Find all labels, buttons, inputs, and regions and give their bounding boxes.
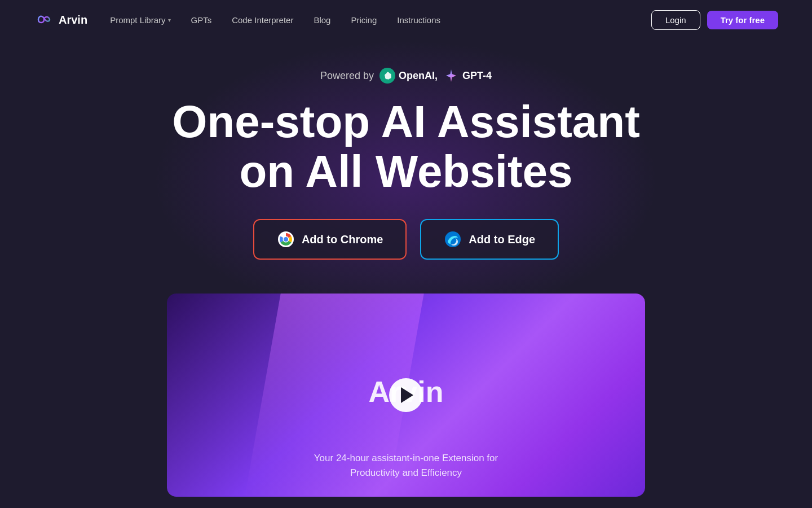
add-to-chrome-button[interactable]: Add to Chrome xyxy=(253,219,407,260)
logo[interactable]: Arvin xyxy=(34,10,87,30)
chrome-icon xyxy=(277,230,295,248)
hero-buttons: Add to Chrome Add to Edge xyxy=(253,219,559,260)
navbar: Arvin Prompt Library ▾ GPTs Code Interpr… xyxy=(0,0,812,40)
video-play-button[interactable] xyxy=(389,378,423,412)
chevron-down-icon: ▾ xyxy=(168,17,171,23)
nav-link-gpts[interactable]: GPTs xyxy=(191,15,212,25)
logo-text: Arvin xyxy=(59,14,87,27)
nav-link-pricing[interactable]: Pricing xyxy=(351,15,377,25)
gpt4-icon xyxy=(443,68,459,84)
hero-section: Powered by OpenAI, xyxy=(0,40,812,497)
openai-label: OpenAI, xyxy=(399,70,438,82)
nav-link-blog[interactable]: Blog xyxy=(314,15,330,25)
add-to-edge-button[interactable]: Add to Edge xyxy=(420,219,559,260)
openai-icon xyxy=(379,68,395,84)
nav-actions: Login Try for free xyxy=(651,10,778,30)
add-to-chrome-label: Add to Chrome xyxy=(302,233,383,246)
try-free-button[interactable]: Try for free xyxy=(707,11,778,29)
nav-link-instructions[interactable]: Instructions xyxy=(397,15,440,25)
login-button[interactable]: Login xyxy=(651,10,700,30)
video-subtitle: Your 24-hour assistant-in-one Extension … xyxy=(167,451,645,480)
video-section: Arvin Your 24-hour assistant-in-one Exte… xyxy=(167,294,645,497)
gpt4-logo: GPT-4 xyxy=(443,68,492,84)
hero-title: One-stop AI Assistant on All Websites xyxy=(172,97,640,196)
nav-link-code-interpreter[interactable]: Code Interpreter xyxy=(232,15,293,25)
add-to-edge-label: Add to Edge xyxy=(469,233,535,246)
edge-icon xyxy=(444,230,462,248)
nav-link-prompt-library[interactable]: Prompt Library ▾ xyxy=(110,15,170,25)
openai-logo: OpenAI, xyxy=(379,68,438,84)
gpt4-label: GPT-4 xyxy=(462,70,492,82)
powered-by-row: Powered by OpenAI, xyxy=(320,68,492,84)
nav-links: Prompt Library ▾ GPTs Code Interpreter B… xyxy=(110,15,651,25)
video-container: Arvin Your 24-hour assistant-in-one Exte… xyxy=(167,294,645,497)
svg-point-3 xyxy=(284,237,288,242)
powered-by-label: Powered by xyxy=(320,70,374,82)
arvin-logo-icon xyxy=(34,10,54,30)
